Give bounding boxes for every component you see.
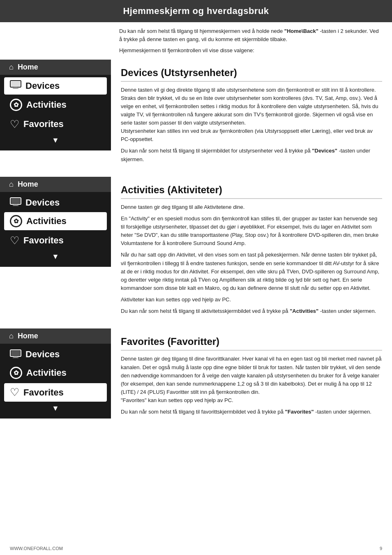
activities-section-body: Denne tasten gir deg tilgang til alle Ak… [121, 203, 382, 316]
favorites-icon-3: ♡ [10, 386, 19, 399]
sidebar3-devices-label: Devices [25, 349, 60, 360]
favorites-icon-2: ♡ [10, 234, 19, 247]
sidebar3-activities-label: Activities [26, 368, 67, 378]
sidebar1-activities-item[interactable]: ✿ Activities [4, 96, 107, 114]
svg-rect-3 [13, 88, 18, 89]
devices-section-body: Denne tasten vil gi deg direkte tilgang … [121, 86, 382, 164]
sidebar3-activities-item[interactable]: ✿ Activities [4, 364, 107, 382]
svg-rect-5 [11, 199, 20, 204]
sidebar1-home-bar: ⌂ Home [0, 60, 111, 75]
home-icon-3: ⌂ [9, 332, 14, 340]
activities-icon-1: ✿ [10, 99, 22, 111]
activities-icon-3: ✿ [10, 367, 22, 379]
activities-para-4: Aktiviteter kan kun settes opp ved hjelp… [121, 296, 382, 304]
devices-section-row: ⌂ Home Devices ✿ Activities ♡ Favorites [0, 60, 392, 177]
svg-rect-2 [14, 87, 17, 88]
devices-content: Devices (Utstyrsenheter) Denne tasten vi… [111, 60, 392, 177]
sidebar2-favorites-label: Favorites [23, 235, 64, 246]
devices-para-1: Denne tasten vil gi deg direkte tilgang … [121, 86, 382, 144]
header-title: Hjemmeskjerm og hverdagsbruk [123, 6, 269, 16]
intro-section: Du kan når som helst få tilgang til hjem… [0, 22, 392, 60]
svg-rect-6 [14, 204, 17, 205]
svg-rect-11 [13, 357, 18, 358]
activities-para-1: Denne tasten gir deg tilgang til alle Ak… [121, 203, 382, 211]
sidebar-panel-1: ⌂ Home Devices ✿ Activities ♡ Favorites [0, 60, 111, 150]
activities-section-row: ⌂ Home Devices ✿ Activities ♡ Favorites [0, 177, 392, 329]
sidebar-panel-2: ⌂ Home Devices ✿ Activities ♡ Favorites [0, 177, 111, 267]
sidebar1-favorites-label: Favorites [23, 119, 64, 130]
sidebar1-activities-label: Activities [26, 99, 67, 110]
sidebar1-devices-label: Devices [25, 81, 60, 91]
footer-page-number: 9 [380, 546, 382, 551]
home-icon-1: ⌂ [9, 63, 14, 72]
favorites-section-row: ⌂ Home Devices ✿ Activities ♡ Favorites [0, 328, 392, 429]
sidebar2-home-bar: ⌂ Home [0, 177, 111, 192]
sidebar2-favorites-item[interactable]: ♡ Favorites [4, 231, 107, 250]
sidebar3-favorites-item[interactable]: ♡ Favorites [4, 383, 107, 402]
sidebar1-devices-item[interactable]: Devices [4, 77, 107, 95]
footer-website: WWW.ONEFORALL.COM [10, 546, 63, 551]
devices-icon-3 [10, 349, 21, 360]
favorites-section-title: Favorites (Favoritter) [121, 336, 382, 351]
svg-rect-1 [11, 81, 20, 86]
scroll-arrow-3: ▼ [0, 404, 111, 413]
svg-rect-7 [13, 205, 18, 206]
sidebar3-favorites-label: Favorites [23, 387, 64, 398]
devices-icon-2 [10, 197, 21, 208]
sidebar3-home-label: Home [18, 332, 38, 340]
page-header: Hjemmeskjerm og hverdagsbruk [0, 0, 392, 22]
activities-para-3: Når du har satt opp din Aktivitet, vil d… [121, 251, 382, 292]
home-icon-2: ⌂ [9, 180, 14, 189]
favorites-para-1: Denne tasten gir deg tilgang til dine fa… [121, 355, 382, 405]
activities-section-block: Activities (Aktiviteter) Denne tasten gi… [121, 184, 382, 316]
sidebar-panel-3: ⌂ Home Devices ✿ Activities ♡ Favorites [0, 328, 111, 419]
favorites-para-2: Du kan når som helst få tilgang til favo… [121, 408, 382, 416]
scroll-arrow-1: ▼ [0, 136, 111, 145]
svg-rect-9 [11, 351, 20, 356]
activities-para-5: Du kan når som helst få tilgang til akti… [121, 307, 382, 315]
favorites-icon-1: ♡ [10, 118, 19, 131]
intro-line1: Du kan når som helst få tilgang til hjem… [119, 27, 382, 43]
sidebar3-home-bar: ⌂ Home [0, 328, 111, 344]
svg-rect-10 [14, 356, 17, 357]
sidebar1-favorites-item[interactable]: ♡ Favorites [4, 115, 107, 134]
intro-line2: Hjemmeskjermen til fjernkontrollen vil v… [119, 46, 382, 55]
sidebar2-devices-item[interactable]: Devices [4, 194, 107, 211]
devices-section-title: Devices (Utstyrsenheter) [121, 67, 382, 82]
sidebar3-devices-item[interactable]: Devices [4, 346, 107, 363]
favorites-content: Favorites (Favoritter) Denne tasten gir … [111, 328, 392, 429]
sidebar2-activities-item[interactable]: ✿ Activities [4, 212, 107, 230]
activities-section-title: Activities (Aktiviteter) [121, 184, 382, 199]
sidebar2-devices-label: Devices [25, 197, 60, 208]
sidebar1-home-label: Home [18, 63, 38, 72]
sidebar2-home-label: Home [18, 180, 38, 189]
activities-content: Activities (Aktiviteter) Denne tasten gi… [111, 177, 392, 329]
activities-para-2: En "Activity" er en spesiell modus som d… [121, 215, 382, 248]
scroll-arrow-2: ▼ [0, 252, 111, 261]
favorites-section-block: Favorites (Favoritter) Denne tasten gir … [121, 336, 382, 416]
page-footer: WWW.ONEFORALL.COM 9 [0, 546, 392, 551]
sidebar2-activities-label: Activities [26, 216, 67, 227]
devices-para-2: Du kan når som helst få tilgang til skje… [121, 147, 382, 163]
devices-section-block: Devices (Utstyrsenheter) Denne tasten vi… [121, 67, 382, 164]
activities-icon-2: ✿ [10, 215, 22, 227]
devices-icon-1 [10, 80, 21, 92]
favorites-section-body: Denne tasten gir deg tilgang til dine fa… [121, 355, 382, 416]
